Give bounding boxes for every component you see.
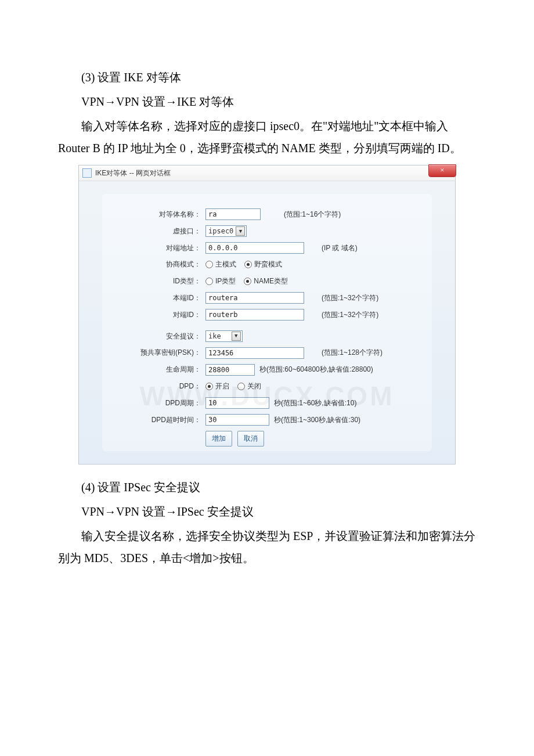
dpd-timeout-label: DPD超时时间： bbox=[108, 413, 205, 427]
radio-icon bbox=[205, 278, 213, 285]
radio-icon bbox=[205, 383, 213, 390]
lifetime-input[interactable] bbox=[205, 364, 255, 376]
lifetime-label: 生命周期： bbox=[108, 363, 205, 376]
radio-icon bbox=[244, 261, 252, 268]
paragraph: (3) 设置 IKE 对等体 bbox=[58, 66, 476, 88]
add-button[interactable]: 增加 bbox=[205, 431, 232, 447]
ike-peer-dialog: WWW.DUCX.COM IKE对等体 -- 网页对话框 × 对等体名称： (范… bbox=[78, 165, 456, 465]
proposal-select[interactable]: ike ▼ bbox=[205, 330, 243, 342]
remote-id-label: 对端ID： bbox=[108, 308, 205, 322]
close-button[interactable]: × bbox=[428, 164, 456, 177]
radio-icon bbox=[205, 261, 213, 268]
mode-agg-radio[interactable]: 野蛮模式 bbox=[244, 258, 282, 271]
chevron-down-icon: ▼ bbox=[236, 226, 245, 236]
psk-input[interactable] bbox=[205, 347, 304, 359]
dpd-on-radio[interactable]: 开启 bbox=[205, 380, 229, 393]
dialog-body: 对等体名称： (范围:1~16个字符) 虚接口： ipsec0 ▼ 对端地址： … bbox=[78, 181, 456, 465]
proposal-value: ike bbox=[208, 330, 221, 343]
dpd-off-radio[interactable]: 关闭 bbox=[237, 380, 261, 393]
peer-name-label: 对等体名称： bbox=[108, 208, 205, 221]
psk-hint: (范围:1~128个字符) bbox=[322, 346, 383, 359]
dpd-timeout-hint: 秒(范围:1~300秒,缺省值:30) bbox=[274, 413, 360, 427]
paragraph: VPN→VPN 设置→IKE 对等体 bbox=[58, 91, 476, 113]
dpd-timeout-input[interactable] bbox=[205, 414, 269, 426]
peer-name-input[interactable] bbox=[205, 208, 261, 220]
remote-id-input[interactable] bbox=[205, 309, 304, 321]
mode-main-radio[interactable]: 主模式 bbox=[205, 258, 236, 271]
doc-icon bbox=[82, 168, 92, 178]
remote-id-hint: (范围:1~32个字符) bbox=[322, 308, 378, 322]
cancel-button[interactable]: 取消 bbox=[237, 431, 264, 447]
peer-name-hint: (范围:1~16个字符) bbox=[284, 208, 341, 221]
paragraph: VPN→VPN 设置→IPSec 安全提议 bbox=[58, 501, 476, 523]
paragraph: 输入对等体名称，选择对应的虚接口 ipsec0。在"对端地址"文本框中输入 Ro… bbox=[58, 115, 476, 159]
remote-addr-input[interactable] bbox=[205, 242, 304, 254]
dialog-title: IKE对等体 -- 网页对话框 bbox=[95, 167, 171, 180]
paragraph: 输入安全提议名称，选择安全协议类型为 ESP，并设置验证算法和加密算法分别为 M… bbox=[58, 525, 476, 569]
proposal-label: 安全提议： bbox=[108, 330, 205, 343]
chevron-down-icon: ▼ bbox=[232, 332, 241, 341]
vif-value: ipsec0 bbox=[208, 225, 233, 238]
local-id-input[interactable] bbox=[205, 292, 304, 304]
local-id-label: 本端ID： bbox=[108, 291, 205, 305]
remote-addr-hint: (IP 或 域名) bbox=[322, 242, 358, 255]
dpd-period-input[interactable] bbox=[205, 397, 269, 409]
remote-addr-label: 对端地址： bbox=[108, 242, 205, 255]
idtype-label: ID类型： bbox=[108, 275, 205, 288]
vif-label: 虚接口： bbox=[108, 225, 205, 238]
vif-select[interactable]: ipsec0 ▼ bbox=[205, 225, 247, 237]
radio-icon bbox=[237, 383, 245, 390]
dpd-label: DPD： bbox=[108, 380, 205, 393]
psk-label: 预共享密钥(PSK)： bbox=[108, 346, 205, 359]
idtype-ip-radio[interactable]: IP类型 bbox=[205, 275, 236, 288]
dialog-titlebar: IKE对等体 -- 网页对话框 × bbox=[78, 165, 456, 181]
paragraph: (4) 设置 IPSec 安全提议 bbox=[58, 476, 476, 498]
nego-mode-label: 协商模式： bbox=[108, 258, 205, 271]
local-id-hint: (范围:1~32个字符) bbox=[322, 291, 378, 305]
idtype-name-radio[interactable]: NAME类型 bbox=[244, 275, 288, 288]
dpd-period-label: DPD周期： bbox=[108, 397, 205, 410]
lifetime-hint: 秒(范围:60~604800秒,缺省值:28800) bbox=[259, 363, 373, 376]
radio-icon bbox=[244, 278, 251, 285]
dpd-period-hint: 秒(范围:1~60秒,缺省值:10) bbox=[274, 397, 356, 410]
